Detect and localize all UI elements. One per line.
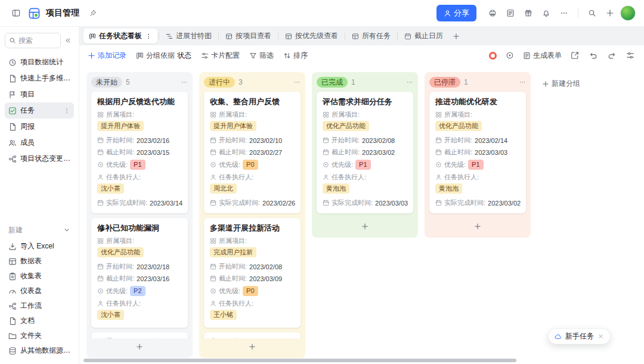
print-icon[interactable] — [485, 5, 500, 21]
task-card[interactable]: 评估需求并细分任务所属项目:优化产品功能开始时间:2023/02/08截止时间:… — [317, 92, 413, 213]
filter-button[interactable]: 筛选 — [249, 51, 274, 61]
sidebar-item-label: 项目状态变更提醒 — [20, 154, 70, 164]
more-icon[interactable] — [556, 5, 572, 21]
column-cards: 评估需求并细分任务所属项目:优化产品功能开始时间:2023/02/08截止时间:… — [312, 91, 418, 218]
sidebar-new-item[interactable]: 仪表盘 — [5, 284, 74, 298]
redo-icon[interactable] — [606, 48, 617, 63]
sidebar-new-item[interactable]: 从其他数据源… — [5, 343, 74, 358]
sort-label: 排序 — [293, 51, 308, 61]
view-settings-icon[interactable] — [625, 48, 636, 63]
undo-icon[interactable] — [588, 48, 599, 63]
grid-icon — [97, 111, 104, 118]
view-tab[interactable]: 截止日历 — [399, 29, 448, 43]
view-tab[interactable]: 按项目查看 — [220, 29, 277, 43]
calendar-icon — [435, 149, 442, 155]
field-label: 开始时间: — [106, 262, 134, 271]
add-record-button[interactable]: 添加记录 — [88, 51, 126, 61]
sort-button[interactable]: 排序 — [283, 51, 308, 61]
field-tag: P1 — [355, 160, 370, 170]
add-icon[interactable] — [602, 5, 618, 21]
sidebar-new-item[interactable]: 导入 Excel — [5, 239, 74, 254]
card-field: 截止时间:2023/03/03 — [435, 148, 520, 157]
sidebar-item[interactable]: 项目数据统计 — [5, 54, 74, 70]
task-card[interactable]: 多渠道开展拉新活动所属项目:完成用户拉新开始时间:2023/02/08截止时间:… — [204, 218, 301, 328]
view-tab[interactable]: 进展甘特图 — [160, 29, 217, 43]
sidebar-toggle-icon[interactable] — [8, 5, 24, 21]
new-group-button[interactable]: 新建分组 — [537, 76, 585, 92]
pin-icon[interactable] — [85, 5, 101, 21]
group-icon — [136, 52, 144, 60]
column-cards: 推进功能优化研发所属项目:优化产品功能开始时间:2023/02/14截止时间:2… — [425, 91, 531, 218]
assistant-icon[interactable] — [504, 48, 515, 63]
extensions-icon[interactable] — [521, 5, 536, 21]
field-label: 截止时间: — [219, 148, 247, 157]
more-icon[interactable] — [406, 79, 413, 86]
beginner-task-pill[interactable]: 新手任务 — [548, 328, 611, 344]
view-tab[interactable]: 所有任务 — [346, 29, 396, 43]
view-tab[interactable]: 任务状态看板 — [83, 29, 157, 43]
more-vertical-icon[interactable] — [145, 33, 152, 40]
add-card-button[interactable] — [315, 219, 414, 234]
notifications-icon[interactable] — [538, 5, 554, 21]
sidebar-new-section-header[interactable]: 新建 — [5, 222, 74, 238]
add-card-button[interactable] — [203, 339, 302, 354]
presence-ring-icon[interactable] — [489, 52, 497, 60]
priority-icon — [435, 161, 442, 168]
sidebar-new-item[interactable]: 工作流 — [5, 298, 74, 313]
add-card-button[interactable] — [90, 339, 189, 354]
collapse-sidebar-icon[interactable] — [62, 33, 74, 48]
group-by-button[interactable]: 分组依据 状态 — [136, 51, 191, 61]
field-label: 任务执行人: — [444, 173, 479, 182]
add-view-button[interactable] — [448, 29, 464, 43]
search-placeholder: 搜索 — [18, 36, 33, 46]
share-view-icon[interactable] — [569, 48, 580, 63]
share-button[interactable]: 分享 — [436, 5, 476, 21]
filter-label: 筛选 — [259, 51, 274, 61]
task-card[interactable]: 修补已知功能漏洞所属项目:优化产品功能开始时间:2023/02/18截止时间:2… — [91, 218, 188, 328]
field-label: 所属项目: — [332, 110, 360, 119]
task-card[interactable]: 收集、整合用户反馈所属项目:提升用户体验开始时间:2023/02/10截止时间:… — [204, 92, 301, 213]
horizontal-scrollbar[interactable] — [83, 359, 516, 362]
sidebar-item[interactable]: 任务 — [5, 102, 74, 119]
more-vertical-icon[interactable] — [63, 107, 70, 114]
more-icon[interactable] — [519, 79, 526, 86]
close-icon[interactable] — [597, 333, 604, 340]
sidebar-item[interactable]: 成员 — [5, 135, 74, 151]
generate-form-button[interactable]: 生成表单 — [523, 51, 562, 61]
more-icon[interactable] — [181, 79, 188, 86]
view-tab-label: 任务状态看板 — [99, 31, 142, 41]
sidebar-new-item[interactable]: 文件夹 — [5, 328, 74, 343]
sidebar-item[interactable]: 项目状态变更提醒 — [5, 151, 74, 167]
topbar-actions: 分享 — [436, 5, 636, 21]
sidebar-search-input[interactable]: 搜索 — [5, 33, 61, 48]
more-icon[interactable] — [293, 79, 301, 86]
sidebar-item[interactable]: 周报 — [5, 119, 74, 135]
form-icon[interactable] — [503, 5, 518, 21]
card-field: 截止时间:2023/03/16 — [97, 274, 182, 283]
person-icon — [435, 174, 442, 181]
column-cards: 根据用户反馈迭代功能所属项目:提升用户体验开始时间:2023/02/16截止时间… — [86, 91, 193, 338]
task-card[interactable]: 完成创新功能开发上线 — [204, 332, 301, 338]
task-card[interactable]: 根据用户反馈迭代功能所属项目:提升用户体验开始时间:2023/02/16截止时间… — [91, 92, 188, 213]
search-icon[interactable] — [584, 5, 600, 21]
avatar[interactable] — [620, 5, 636, 21]
task-card[interactable]: 连通线上线下用户体验 — [91, 332, 188, 338]
view-tab[interactable]: 按优先级查看 — [280, 29, 343, 43]
sidebar-item[interactable]: 项目 — [5, 86, 74, 102]
card-field: 优先级:P0 — [210, 286, 295, 296]
sidebar-new-item[interactable]: 数据表 — [5, 254, 74, 269]
field-label: 所属项目: — [219, 110, 247, 119]
view-tab-label: 截止日历 — [414, 31, 443, 41]
sidebar-new-item[interactable]: 文档 — [5, 313, 74, 328]
sidebar-new-item[interactable]: 收集表 — [5, 269, 74, 284]
add-card-button[interactable] — [428, 219, 527, 234]
card-config-button[interactable]: 卡片配置 — [201, 51, 240, 61]
sidebar-item[interactable]: 快速上手多维… — [5, 70, 74, 86]
plus-icon — [361, 223, 369, 230]
sidebar-item-label: 快速上手多维… — [20, 73, 70, 83]
field-label: 实际完成时间: — [444, 198, 485, 207]
sidebar-new-item-label: 导入 Excel — [20, 241, 70, 251]
doc-icon — [8, 317, 17, 325]
card-field: 优先级:P2 — [97, 286, 182, 296]
task-card[interactable]: 推进功能优化研发所属项目:优化产品功能开始时间:2023/02/14截止时间:2… — [429, 92, 526, 213]
